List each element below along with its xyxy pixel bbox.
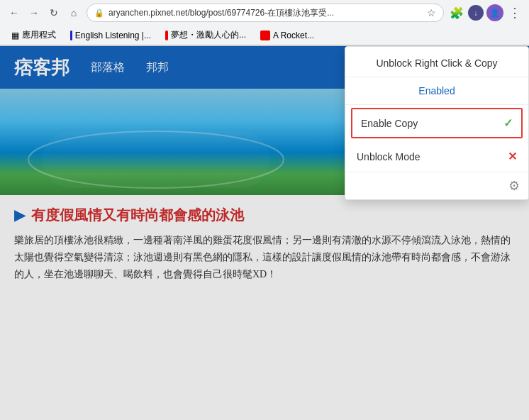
unblock-mode-label: Unblock Mode (357, 151, 421, 162)
home-button[interactable]: ⌂ (65, 4, 82, 21)
dream-label: 夢想・激勵人心的... (171, 29, 246, 41)
enable-copy-check-icon: ✓ (503, 116, 513, 130)
settings-gear-icon[interactable]: ⚙ (508, 178, 520, 194)
popup-status-text: Enabled (418, 85, 455, 96)
english-label: English Listening |... (75, 31, 151, 40)
popup-status: Enabled (345, 77, 528, 105)
bookmarks-bar: ▦ 應用程式 English Listening |... 夢想・激勵人心的..… (0, 26, 529, 45)
star-icon[interactable]: ☆ (427, 7, 436, 18)
bookmark-rocket[interactable]: A Rocket... (255, 29, 320, 42)
enable-copy-label: Enable Copy (361, 118, 418, 129)
rocket-label: A Rocket... (273, 31, 314, 40)
browser-chrome: ← → ↻ ⌂ 🔒 aryanchen.pixnet.net/blog/post… (0, 0, 529, 46)
article-arrow-icon: ▶ (14, 206, 25, 223)
browser-toolbar: ← → ↻ ⌂ 🔒 aryanchen.pixnet.net/blog/post… (0, 0, 529, 26)
blog-nav: 部落格 邦邦 (91, 60, 169, 75)
back-button[interactable]: ← (6, 4, 23, 21)
extensions-button[interactable]: 🧩 (448, 4, 465, 21)
article-body: 樂旅居的頂樓泳池很精緻，一邊種著南洋風的雞蛋花度假風情；另一邊則有清澈的水源不停… (14, 232, 515, 282)
popup-header: Unblock Right Click & Copy (345, 47, 528, 77)
apps-label: 應用程式 (22, 29, 56, 41)
menu-button[interactable]: ⋮ (506, 4, 523, 21)
unblock-mode-menu-item[interactable]: Unblock Mode ✕ (345, 141, 528, 172)
page-content: 痞客邦 部落格 邦邦 🔍 ▶ 有度假風情又有時尚都會感的泳池 樂旅居的頂樓泳池很… (0, 46, 529, 420)
popup-container: Unblock Right Click & Copy Enabled Enabl… (345, 46, 529, 200)
nav-item-blog[interactable]: 部落格 (91, 60, 125, 75)
download-extension-icon[interactable]: ↓ (468, 5, 484, 21)
svg-rect-1 (43, 131, 269, 188)
popup-title: Unblock Right Click & Copy (376, 57, 497, 69)
bookmark-english[interactable]: English Listening |... (65, 29, 157, 42)
popup-footer: ⚙ (345, 172, 528, 199)
article-title: ▶ 有度假風情又有時尚都會感的泳池 (14, 206, 515, 225)
nav-buttons: ← → ↻ ⌂ (6, 4, 82, 21)
article-title-text: 有度假風情又有時尚都會感的泳池 (31, 207, 244, 223)
article-content: ▶ 有度假風情又有時尚都會感的泳池 樂旅居的頂樓泳池很精緻，一邊種著南洋風的雞蛋… (0, 195, 529, 293)
bookmark-dream[interactable]: 夢想・激勵人心的... (160, 28, 252, 43)
profile-icon[interactable]: 👤 (486, 4, 503, 21)
apps-icon: ▦ (11, 31, 19, 40)
dream-favicon (165, 31, 168, 40)
english-favicon (70, 31, 72, 40)
forward-button[interactable]: → (26, 4, 43, 21)
nav-item-bang[interactable]: 邦邦 (146, 60, 169, 75)
unblock-mode-x-icon: ✕ (508, 150, 517, 163)
address-bar-container[interactable]: 🔒 aryanchen.pixnet.net/blog/post/6977472… (87, 4, 444, 22)
enable-copy-menu-item[interactable]: Enable Copy ✓ (351, 108, 523, 138)
toolbar-icons: 🧩 ↓ 👤 ⋮ (448, 4, 523, 21)
blog-logo: 痞客邦 (14, 55, 69, 80)
address-bar-text: aryanchen.pixnet.net/blog/post/69774726-… (108, 7, 423, 19)
lock-icon: 🔒 (94, 9, 104, 18)
reload-button[interactable]: ↻ (45, 4, 62, 21)
rocket-favicon (260, 31, 270, 40)
bookmark-apps[interactable]: ▦ 應用程式 (6, 28, 62, 43)
